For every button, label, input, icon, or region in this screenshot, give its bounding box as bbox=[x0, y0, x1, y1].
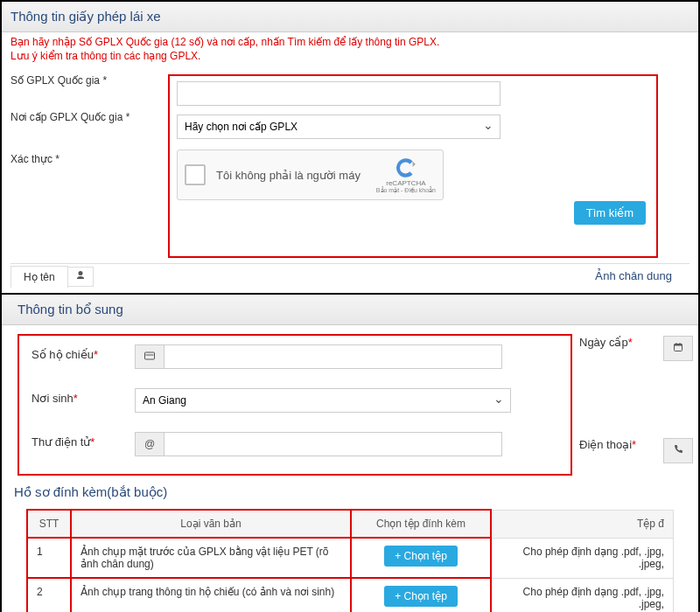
cell-choose: Chọn tệp bbox=[351, 578, 491, 612]
svg-rect-0 bbox=[145, 352, 155, 359]
th-type: Loại văn bản bbox=[71, 510, 351, 538]
svg-rect-3 bbox=[675, 344, 682, 346]
section-title-gplx: Thông tin giấy phép lái xe bbox=[2, 2, 698, 32]
choose-file-button[interactable]: Chọn tệp bbox=[384, 586, 458, 607]
cell-choose: Chọn tệp bbox=[351, 538, 491, 578]
id-card-icon bbox=[135, 344, 164, 369]
calendar-icon[interactable] bbox=[663, 336, 693, 361]
email-input[interactable] bbox=[164, 432, 502, 456]
tab-hoten[interactable]: Họ tên bbox=[10, 266, 68, 288]
cell-type: Ảnh chụp trang thông tin hộ chiếu (có ản… bbox=[71, 578, 351, 612]
svg-rect-1 bbox=[146, 355, 154, 356]
recaptcha-widget: Tôi không phải là người máy reCAPTCHA Bả… bbox=[177, 150, 444, 200]
svg-rect-4 bbox=[676, 343, 677, 345]
label-email: Thư điện tử* bbox=[32, 435, 94, 449]
label-so-gplx: Số GPLX Quốc gia * bbox=[10, 74, 168, 87]
phone-icon[interactable] bbox=[663, 438, 693, 463]
label-ngaycap: Ngày cấp* bbox=[579, 336, 633, 349]
svg-rect-5 bbox=[680, 343, 681, 345]
recaptcha-brand: reCAPTCHA bbox=[386, 179, 425, 187]
label-noi-cap: Nơi cấp GPLX Quốc gia * bbox=[10, 111, 159, 123]
noi-cap-select[interactable]: Hãy chọn nơi cấp GPLX bbox=[177, 115, 500, 139]
recaptcha-checkbox[interactable] bbox=[185, 164, 206, 185]
recaptcha-links: Bảo mật - Điều khoản bbox=[376, 187, 436, 194]
label-dienthoai: Điện thoại* bbox=[579, 438, 636, 451]
th-file: Tệp đ bbox=[491, 510, 674, 538]
table-row: 1 Ảnh chụp mặt trước của GPLX bằng vật l… bbox=[27, 538, 674, 578]
section-title-attach: Hồ sơ đính kèm(bắt buộc) bbox=[2, 476, 698, 509]
person-icon[interactable] bbox=[67, 267, 94, 287]
recaptcha-logo: reCAPTCHA Bảo mật - Điều khoản bbox=[376, 156, 436, 194]
recaptcha-text: Tôi không phải là người máy bbox=[216, 169, 376, 182]
cell-hint: Cho phép định dạng .pdf, .jpg, .jpeg, bbox=[491, 578, 674, 612]
choose-file-button[interactable]: Chọn tệp bbox=[384, 546, 458, 567]
cell-hint: Cho phép định dạng .pdf, .jpg, .jpeg, bbox=[491, 538, 674, 578]
label-noisinh: Nơi sinh* bbox=[32, 392, 78, 405]
th-choose: Chọn tệp đính kèm bbox=[351, 510, 491, 538]
label-xac-thuc: Xác thực * bbox=[10, 153, 159, 165]
table-row: 2 Ảnh chụp trang thông tin hộ chiếu (có … bbox=[27, 578, 674, 612]
cell-type: Ảnh chụp mặt trước của GPLX bằng vật liệ… bbox=[71, 538, 351, 578]
attachments-table: STT Loại văn bản Chọn tệp đính kèm Tệp đ… bbox=[26, 509, 674, 612]
tab-anh-chan-dung[interactable]: Ảnh chân dung bbox=[578, 264, 690, 288]
label-passport: Số hộ chiếu* bbox=[32, 348, 98, 361]
passport-input[interactable] bbox=[164, 344, 502, 369]
at-icon: @ bbox=[135, 432, 164, 456]
cell-idx: 2 bbox=[27, 578, 71, 612]
so-gplx-input[interactable] bbox=[177, 81, 500, 106]
hint-line-2: Lưu ý kiểm tra thông tin các hạng GPLX. bbox=[2, 50, 698, 64]
hint-line-1: Bạn hãy nhập Số GPLX Quốc gia (12 số) và… bbox=[2, 32, 698, 50]
recaptcha-icon bbox=[395, 156, 417, 179]
th-stt: STT bbox=[27, 510, 71, 538]
search-button[interactable]: Tìm kiếm bbox=[574, 201, 646, 225]
cell-idx: 1 bbox=[27, 538, 71, 578]
noisinh-select[interactable]: An Giang bbox=[135, 388, 511, 413]
section-title-bosung: Thông tin bổ sung bbox=[2, 295, 698, 325]
